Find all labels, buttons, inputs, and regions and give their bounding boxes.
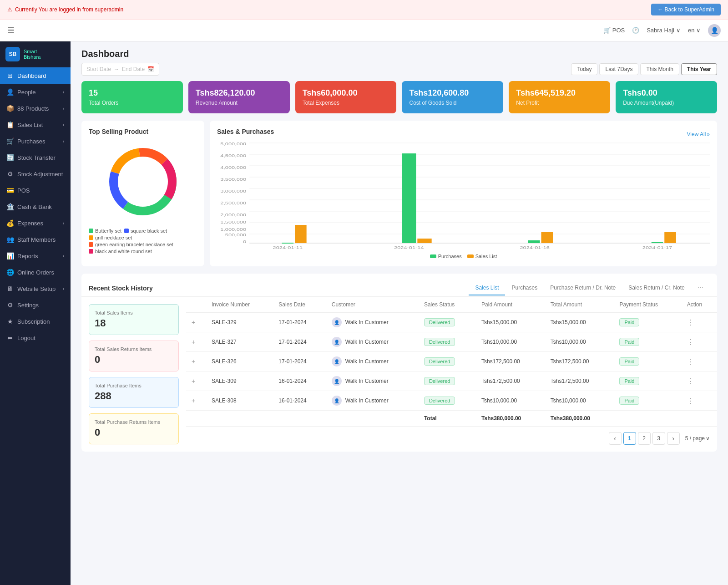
- pagination-page-1[interactable]: 1: [623, 432, 636, 445]
- sidebar-label-staff-members: Staff Members: [17, 236, 56, 243]
- sidebar-icon-pos: 💳: [6, 187, 14, 194]
- history-tab-sales-list[interactable]: Sales List: [469, 281, 505, 295]
- row-expand-0[interactable]: +: [186, 313, 206, 332]
- filter-btn-last-7days[interactable]: Last 7Days: [599, 63, 638, 75]
- row-customer-2: 👤Walk In Customer: [326, 352, 419, 371]
- sidebar-item-dashboard[interactable]: ⊞ Dashboard: [0, 67, 71, 84]
- row-action-4[interactable]: ⋮: [682, 391, 717, 411]
- col-action: Action: [682, 297, 717, 313]
- chevron-icon-reports: ›: [63, 254, 64, 259]
- language-dropdown[interactable]: en ∨: [688, 27, 701, 34]
- legend-black: black and white round set: [89, 249, 152, 254]
- row-action-3[interactable]: ⋮: [682, 371, 717, 391]
- col-expand: [186, 297, 206, 313]
- sidebar-item-inner-purchases: 🛒 Purchases: [6, 137, 45, 145]
- sidebar-item-stock-transfer[interactable]: 🔄 Stock Transfer: [0, 149, 71, 166]
- row-date-0: 17-01-2024: [273, 313, 326, 332]
- row-payment-0: Paid: [614, 313, 681, 332]
- hstat-2: Total Purchase Items 288: [89, 377, 179, 408]
- expand-button-3[interactable]: +: [192, 377, 195, 385]
- row-action-1[interactable]: ⋮: [682, 332, 717, 352]
- sidebar-item-inner-staff-members: 👥 Staff Members: [6, 236, 56, 243]
- sidebar-label-products: 88 Products: [17, 105, 49, 112]
- sidebar-icon-purchases: 🛒: [6, 137, 14, 145]
- sidebar-item-logout[interactable]: ⬅ Logout: [0, 330, 71, 346]
- action-dots-1[interactable]: ⋮: [687, 338, 694, 346]
- row-action-2[interactable]: ⋮: [682, 352, 717, 371]
- sidebar-icon-subscription: ★: [6, 318, 14, 325]
- row-expand-2[interactable]: +: [186, 352, 206, 371]
- total-empty: [614, 411, 717, 427]
- pagination-prev-button[interactable]: ‹: [609, 432, 622, 445]
- sidebar-label-cash-bank: Cash & Bank: [17, 203, 52, 210]
- payment-badge-0: Paid: [619, 318, 639, 326]
- status-badge-1: Delivered: [424, 338, 455, 346]
- sidebar-item-online-orders[interactable]: 🌐 Online Orders: [0, 264, 71, 280]
- history-tab-sales-return-/-cr.-note[interactable]: Sales Return / Cr. Note: [622, 281, 691, 295]
- expand-button-2[interactable]: +: [192, 358, 195, 365]
- sidebar-item-products[interactable]: 📦 88 Products ›: [0, 100, 71, 117]
- expand-button-1[interactable]: +: [192, 338, 195, 346]
- row-paid-4: Tshs10,000.00: [476, 391, 545, 411]
- pagination-next-button[interactable]: ›: [667, 432, 680, 445]
- sidebar-item-stock-adjustment[interactable]: ⚙ Stock Adjustment: [0, 166, 71, 182]
- action-dots-3[interactable]: ⋮: [687, 377, 694, 385]
- row-expand-4[interactable]: +: [186, 391, 206, 411]
- svg-text:2024-01-14: 2024-01-14: [394, 245, 424, 250]
- action-dots-2[interactable]: ⋮: [687, 358, 694, 366]
- history-tab-purchases[interactable]: Purchases: [505, 281, 544, 295]
- row-action-0[interactable]: ⋮: [682, 313, 717, 332]
- sidebar-item-purchases[interactable]: 🛒 Purchases ›: [0, 133, 71, 149]
- legend-purchases-label: Purchases: [438, 254, 462, 259]
- pos-link[interactable]: 🛒 POS: [603, 27, 625, 34]
- sidebar-item-settings[interactable]: ⚙ Settings: [0, 297, 71, 313]
- expand-button-4[interactable]: +: [192, 397, 195, 404]
- main-layout: SB Smart Bishara ⊞ Dashboard 👤 People › …: [0, 41, 728, 585]
- action-dots-0[interactable]: ⋮: [687, 319, 694, 326]
- date-range-picker[interactable]: Start Date → End Date 📅: [81, 63, 159, 76]
- hstat-value-1: 0: [95, 354, 173, 366]
- calendar-icon: 📅: [147, 66, 154, 72]
- sidebar-item-staff-members[interactable]: 👥 Staff Members: [0, 231, 71, 248]
- filter-bar: Start Date → End Date 📅 TodayLast 7DaysT…: [71, 63, 728, 81]
- sidebar-item-expenses[interactable]: 💰 Expenses ›: [0, 215, 71, 231]
- back-to-superadmin-button[interactable]: ← Back to SuperAdmin: [651, 4, 721, 15]
- sidebar-icon-people: 👤: [6, 88, 14, 96]
- stat-value-4: Tshs645,519.20: [516, 88, 603, 98]
- top-selling-chart: Top Selling Product Butterfly setsquare …: [81, 121, 204, 266]
- chevron-icon-purchases: ›: [63, 139, 64, 144]
- user-dropdown[interactable]: Sabra Haji ∨: [647, 27, 681, 34]
- filter-btn-this-month[interactable]: This Month: [640, 63, 679, 75]
- donut-legend-row-1: Butterfly setsquare black set: [89, 228, 197, 234]
- page-size-selector[interactable]: 5 / page∨: [685, 435, 710, 442]
- svg-text:2024-01-17: 2024-01-17: [642, 245, 672, 250]
- filter-btn-this-year[interactable]: This Year: [681, 63, 717, 75]
- sidebar-item-reports[interactable]: 📊 Reports ›: [0, 248, 71, 264]
- sidebar-label-expenses: Expenses: [17, 220, 43, 227]
- filter-btn-today[interactable]: Today: [571, 63, 597, 75]
- action-dots-4[interactable]: ⋮: [687, 397, 694, 405]
- row-expand-1[interactable]: +: [186, 332, 206, 352]
- sidebar-item-website-setup[interactable]: 🖥 Website Setup ›: [0, 280, 71, 297]
- history-tab-purchase-return-/-dr.-note[interactable]: Purchase Return / Dr. Note: [544, 281, 622, 295]
- stats-row: 15 Total Orders Tshs826,120.00 Revenue A…: [71, 81, 728, 121]
- start-date-placeholder: Start Date: [86, 66, 111, 72]
- row-expand-3[interactable]: +: [186, 371, 206, 391]
- stat-value-5: Tshs0.00: [623, 88, 710, 98]
- svg-point-5: [118, 157, 168, 207]
- user-avatar[interactable]: 👤: [708, 24, 721, 37]
- sidebar-item-pos[interactable]: 💳 POS: [0, 182, 71, 198]
- sidebar-item-inner-settings: ⚙ Settings: [6, 301, 39, 309]
- expand-button-0[interactable]: +: [192, 319, 195, 326]
- history-tabs-more-button[interactable]: ···: [691, 280, 710, 296]
- view-all-link[interactable]: View All »: [687, 131, 710, 137]
- pagination-page-2[interactable]: 2: [638, 432, 651, 445]
- hamburger-icon[interactable]: ☰: [7, 25, 15, 36]
- sidebar-item-cash-bank[interactable]: 🏦 Cash & Bank: [0, 198, 71, 215]
- user-chevron-icon: ∨: [676, 27, 681, 34]
- pagination-page-3[interactable]: 3: [652, 432, 665, 445]
- col-status: Sales Status: [419, 297, 476, 313]
- sidebar-item-people[interactable]: 👤 People ›: [0, 84, 71, 100]
- sidebar-item-subscription[interactable]: ★ Subscription: [0, 313, 71, 330]
- sidebar-item-sales-list[interactable]: 📋 Sales List ›: [0, 117, 71, 133]
